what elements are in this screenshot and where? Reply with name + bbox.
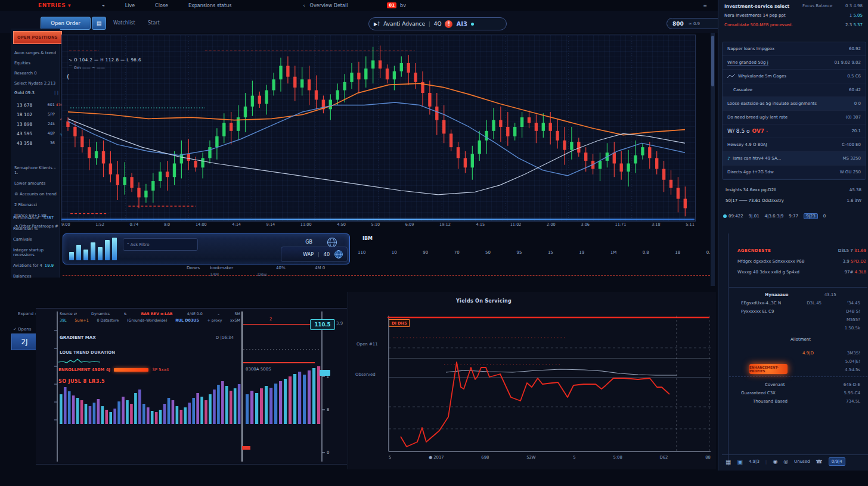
footer-label[interactable]: 4M 0 (315, 266, 325, 270)
disc-icon[interactable]: ◎ (783, 459, 788, 465)
menu-item[interactable]: Expansions status (188, 3, 232, 8)
orderbook-row[interactable]: 13 678601 (17, 102, 55, 108)
orderbook-row[interactable]: 13 89824k (17, 122, 55, 127)
x-tick-label: 5:10 (371, 222, 380, 227)
sidebar-kv-row[interactable]: Carnivale (13, 237, 54, 242)
rp-card-row[interactable]: Wine granded 50g j01 9.02 9.02 (723, 56, 866, 70)
spread-lines-svg[interactable] (348, 292, 715, 468)
symbol-selector[interactable]: ▶† Avanti Advance | 4Q ! AI3 (368, 17, 507, 30)
sidebar-kv-row[interactable]: Aviations for 419.9 (13, 263, 54, 268)
back-icon[interactable]: ‹ (303, 3, 305, 8)
alert-icon[interactable]: ! (445, 20, 452, 28)
depth-number[interactable]: 15 (548, 250, 553, 255)
sidebar-item[interactable]: Equities (14, 61, 60, 66)
footer-label[interactable]: Dones (187, 266, 200, 270)
rp-card-row[interactable]: ♪Isms can htrv4 49 SA...MS 3250 (723, 152, 866, 166)
rp-stat[interactable]: 9|.01 (749, 214, 760, 219)
sidebar-kv-row[interactable]: Balances (13, 274, 54, 279)
acct-h1: Hynaaaue (765, 292, 788, 297)
bl-col-label2[interactable]: ✓ Opens (13, 327, 31, 332)
rp-card-row[interactable]: Casualee60 d2 (723, 83, 866, 97)
grid-icon[interactable]: ▦ (726, 459, 731, 465)
candlestick-chart[interactable] (61, 35, 696, 222)
position-count-box[interactable]: 2J (11, 334, 38, 350)
droplet-icon[interactable]: ◉ (773, 459, 777, 465)
rp-top-row[interactable]: Nera Investments 14 pep ppt1 5.05 (718, 11, 868, 20)
acct-f1[interactable]: Covenant 64S-D-E (729, 377, 867, 389)
open-positions-banner[interactable]: OPEN POSITIONS (13, 31, 62, 44)
sidebar-gold-row[interactable]: Gold 09.3 | | (14, 91, 58, 95)
rp-mid-row[interactable]: 50|17 ⸺ 73.61 Odstrxxtry1.6 3W (722, 195, 865, 206)
orderbook-row[interactable]: 18 1025PP (17, 112, 55, 117)
rp-stat[interactable]: 9:77 (789, 214, 798, 219)
acct-row2[interactable]: EEgsxdUxx-4..3C N D3L.45 '34.45 (729, 299, 867, 307)
rp-card-row[interactable]: Do need breed ugly lent rate(0) 307 (723, 111, 866, 124)
sidebar-kv-row[interactable]: Performance5787 (13, 216, 54, 220)
sidebar-item[interactable]: Semaphore Klients –1. (14, 166, 60, 175)
open-order-button[interactable]: Open Order (41, 17, 91, 30)
rp-mid-row[interactable]: Insights 34.6exx pg-D2llA5.38 (722, 185, 865, 195)
sidebar-item[interactable]: Avon ranges & trend (14, 51, 60, 55)
depth-number[interactable]: 19 (579, 250, 584, 255)
rp-stat[interactable]: 9|23 (804, 213, 818, 219)
orderbook-row[interactable]: 43 59548P (17, 131, 55, 136)
rp-card-row[interactable]: W/ 8.5 o OV7 ⸱20.1 (723, 124, 866, 138)
rp-card-row[interactable]: Whykalande 5m Gages0.5 C6 (723, 70, 866, 83)
depth-number[interactable]: 50 (485, 250, 491, 255)
rp-top-row[interactable]: Consolidate 500-MER processed.2.3 5.37 (718, 20, 868, 30)
search-input[interactable]: ° Ask Filtro (123, 238, 198, 251)
sidebar-item[interactable]: Lower amounts (14, 181, 60, 186)
rp-order-row[interactable]: AGECNDESTED3L5 7 31.69 (729, 245, 867, 256)
depth-number[interactable]: 0.8 (643, 250, 649, 255)
depth-number[interactable]: 90 (423, 250, 428, 255)
wap-selector[interactable]: WAP | 40 (281, 247, 348, 262)
rp-card-row[interactable]: Napper loans Impgpox60.92 (723, 42, 866, 56)
acct-row3[interactable]: Pyxxxxxx EL C9 D4B S! (729, 307, 867, 316)
rp-card-row[interactable]: Directs 4gp t+7G 5dwW GU 250 (723, 166, 866, 179)
account-pill[interactable]: 800 ≈ 0.9 (666, 18, 725, 29)
scrollbar-thumb[interactable] (711, 36, 714, 86)
tab-watchlist[interactable]: Watchlist (113, 20, 135, 26)
dock-badge[interactable]: 0/9|4 (829, 457, 845, 466)
rp-order-row[interactable]: Wxxxg 40 3dxx xxlld g 5p4xd97# 4.3L8 (729, 267, 867, 278)
rp-stat[interactable]: 09:422 (723, 214, 743, 219)
footer-label[interactable]: bookmaker (210, 266, 233, 270)
depth-number[interactable]: 1M (610, 250, 617, 255)
sidebar-item[interactable]: 2 Fibonacci (14, 202, 60, 207)
enhancement-button[interactable]: ENHANCEMENT-PROFITS (749, 364, 788, 374)
menu-item[interactable]: Close (155, 3, 168, 8)
acct-f2[interactable]: Guaranteed C3X 5.95-C4 (729, 389, 867, 397)
rp-stat[interactable]: 4|3.6:3|9 (765, 214, 784, 219)
dock-person-label[interactable]: Unused (794, 459, 810, 464)
rp-card-row[interactable]: Hewsey 4.9 O 80AJC-400 E0 (723, 138, 866, 152)
sidebar-item[interactable]: Research 0 (14, 71, 60, 76)
timeframe-label[interactable]: 4Q (434, 21, 442, 27)
depth-number[interactable]: 110 (358, 250, 365, 255)
menu-bv[interactable]: bv (400, 3, 406, 8)
acct-f3[interactable]: Thousand Based 734.5L (729, 397, 867, 406)
depth-number[interactable]: 18 (675, 250, 680, 255)
depth-number[interactable]: 70 (454, 250, 460, 255)
menu-overview[interactable]: Overview Detail (310, 3, 348, 8)
tab-start[interactable]: Start (148, 20, 160, 26)
menu-more-icon[interactable]: ≡ (703, 3, 707, 8)
app-logo[interactable]: ENTRIES ▾ (38, 2, 71, 8)
handset-icon[interactable]: ☎ (816, 459, 823, 465)
rp-stat[interactable]: 0 (823, 214, 826, 219)
menu-item[interactable]: Live (125, 3, 135, 8)
screen-icon[interactable]: ▣ (737, 459, 742, 465)
momentum-bars-svg[interactable]: 280 (36, 308, 347, 464)
depth-number[interactable]: 95 (516, 250, 522, 255)
rp-card-row[interactable]: Loose eastside-as 5g insulate assignment… (723, 97, 866, 111)
svg-text:8: 8 (327, 407, 329, 412)
sidebar-item[interactable]: © Accounts on trend (14, 192, 60, 197)
x-tick-label: 4:50 (337, 222, 346, 227)
depth-number[interactable]: 10 (392, 250, 397, 255)
footer-label[interactable]: 40% (276, 266, 286, 270)
orderbook-row[interactable]: 43 35836 (17, 141, 55, 146)
sidebar-kv-row[interactable]: Integer startup recessions (13, 248, 54, 257)
rp-order-row[interactable]: Mfdgrx dgxxdxx Sdnxxxxxx P6B3.9 5PD.D2 (729, 256, 867, 267)
layout-button[interactable]: ▤ (92, 17, 106, 30)
sidebar-kv-row[interactable]: Retention % (13, 226, 54, 231)
sidebar-item[interactable]: Select Nydata 2.213 (14, 81, 60, 86)
